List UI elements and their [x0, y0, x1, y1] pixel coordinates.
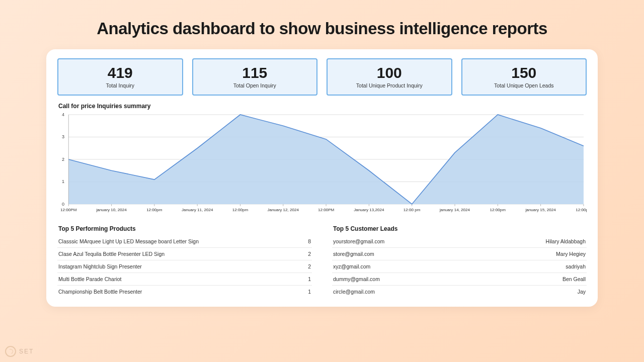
svg-text:1: 1 — [62, 179, 64, 185]
list-item: Instagram Nightclub Sign Presenter2 — [57, 260, 312, 273]
list-item: Multi Bottle Parade Chariot1 — [57, 273, 312, 286]
watermark-text: SET — [19, 348, 34, 355]
stat-label: Total Open Inquiry — [193, 82, 317, 88]
svg-text:January 11, 2024: January 11, 2024 — [182, 208, 213, 212]
svg-text:12:00pm: 12:00pm — [576, 208, 587, 212]
svg-text:January 12, 2024: January 12, 2024 — [268, 208, 299, 212]
bottom-row: Top 5 Performing Products Classsic MArqu… — [57, 225, 587, 298]
list-item: yourstore@gmail.comHilary Aldabbagh — [332, 235, 587, 248]
list-item: Classsic MArquee Light Up LED Message bo… — [57, 235, 312, 248]
list-item: Clase Azul Tequila Bottle Presenter LED … — [57, 248, 312, 260]
svg-text:12:00pm: 12:00pm — [146, 208, 163, 212]
svg-text:0: 0 — [62, 202, 64, 207]
lead-name: Ben Geall — [562, 276, 586, 282]
svg-text:3: 3 — [62, 135, 64, 140]
svg-text:2: 2 — [62, 157, 64, 162]
top-products: Top 5 Performing Products Classsic MArqu… — [57, 225, 312, 298]
lead-name: Mary Hegiey — [556, 251, 586, 257]
lead-email: xyz@gmail.com — [333, 263, 370, 269]
top-products-title: Top 5 Performing Products — [57, 225, 312, 232]
logo-icon — [5, 346, 16, 357]
product-name: Multi Bottle Parade Chariot — [58, 276, 121, 282]
svg-text:12:00 pm: 12:00 pm — [404, 208, 421, 212]
chart-title: Call for price Inquiries summary — [58, 103, 587, 110]
dashboard-card: 419 Total Inquiry 115 Total Open Inquiry… — [46, 49, 598, 307]
list-item: Championship Belt Bottle Presenter1 — [57, 286, 312, 298]
list-item: xyz@gmail.comsadriyah — [332, 260, 587, 273]
product-count: 2 — [308, 263, 311, 269]
svg-text:January 13,2024: January 13,2024 — [354, 208, 384, 212]
svg-text:january 15, 2024: january 15, 2024 — [525, 208, 556, 212]
page-title: Analytics dashboard to show business int… — [0, 0, 644, 49]
svg-text:4: 4 — [62, 113, 64, 117]
lead-name: sadriyah — [566, 263, 586, 269]
stat-value: 100 — [328, 64, 451, 81]
inquiries-chart: 0123412:00PMjanuary 10, 202412:00pmJanua… — [57, 113, 587, 218]
lead-email: dummy@gmail.com — [333, 276, 380, 282]
lead-name: Jay — [578, 289, 586, 295]
stat-total-open-inquiry: 115 Total Open Inquiry — [192, 58, 318, 96]
stat-unique-product-inquiry: 100 Total Unique Product Inquiry — [327, 58, 452, 96]
product-count: 1 — [308, 289, 311, 295]
stat-label: Total Unique Open Leads — [462, 82, 586, 88]
product-name: Instagram Nightclub Sign Presenter — [58, 263, 142, 269]
list-item: circle@gmail.comJay — [332, 286, 587, 298]
product-count: 1 — [308, 276, 311, 282]
svg-text:january 10, 2024: january 10, 2024 — [96, 208, 127, 212]
stats-row: 419 Total Inquiry 115 Total Open Inquiry… — [57, 58, 587, 96]
svg-text:12:00pm: 12:00pm — [232, 208, 249, 212]
list-item: store@gmail.comMary Hegiey — [332, 248, 587, 260]
top-leads-title: Top 5 Customer Leads — [332, 225, 587, 232]
svg-text:12:00pm: 12:00pm — [490, 208, 506, 212]
lead-email: circle@gmail.com — [333, 289, 375, 295]
stat-total-inquiry: 419 Total Inquiry — [57, 58, 183, 96]
lead-name: Hilary Aldabbagh — [546, 238, 586, 244]
lead-email: store@gmail.com — [333, 251, 374, 257]
stat-label: Total Inquiry — [58, 82, 182, 88]
product-count: 8 — [308, 238, 311, 244]
product-name: Classsic MArquee Light Up LED Message bo… — [58, 238, 199, 244]
product-name: Championship Belt Bottle Presenter — [58, 289, 142, 295]
svg-text:12:00PM: 12:00PM — [60, 208, 77, 212]
stat-unique-open-leads: 150 Total Unique Open Leads — [461, 58, 587, 96]
stat-value: 115 — [193, 64, 317, 81]
lead-email: yourstore@gmail.com — [333, 238, 384, 244]
product-name: Clase Azul Tequila Bottle Presenter LED … — [58, 251, 165, 257]
stat-label: Total Unique Product Inquiry — [328, 82, 451, 88]
svg-text:12:00PM: 12:00PM — [318, 208, 335, 212]
watermark: SET — [5, 346, 34, 357]
list-item: dummy@gmail.comBen Geall — [332, 273, 587, 286]
svg-text:january 14, 2024: january 14, 2024 — [439, 208, 470, 212]
top-leads: Top 5 Customer Leads yourstore@gmail.com… — [332, 225, 587, 298]
product-count: 2 — [308, 251, 311, 257]
stat-value: 419 — [58, 64, 182, 81]
stat-value: 150 — [462, 64, 586, 81]
